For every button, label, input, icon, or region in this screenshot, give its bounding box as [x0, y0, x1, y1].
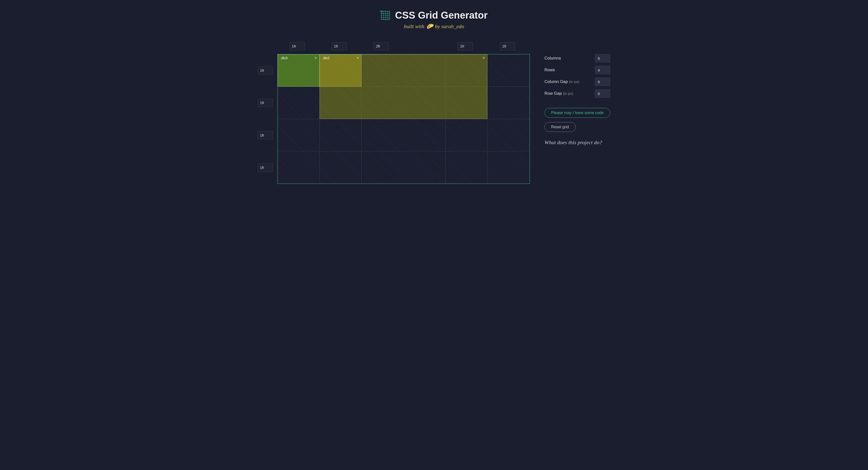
row-size-input-3[interactable] [258, 164, 273, 172]
generate-code-button[interactable]: Please may I have some code [545, 108, 610, 118]
row-size-input-1[interactable] [258, 99, 273, 107]
grid-canvas[interactable]: ×.div2×.div3× [277, 54, 530, 184]
taco-icon: 🌮 [426, 23, 433, 30]
colgap-hint: (in px) [569, 79, 579, 84]
rows-label: Rows [545, 68, 555, 72]
placed-div-2[interactable]: .div3× [278, 54, 319, 87]
header: CSS Grid Generator built with 🌮 by sarah… [15, 10, 853, 30]
grid-cell[interactable] [278, 151, 319, 183]
placed-div-label: .div2 [322, 56, 330, 60]
grid-cell[interactable] [278, 87, 319, 119]
rows-input[interactable] [595, 66, 610, 74]
grid-cell[interactable] [445, 151, 488, 183]
close-icon[interactable]: × [356, 56, 359, 60]
grid-cell[interactable] [278, 119, 319, 151]
row-size-inputs [258, 54, 277, 184]
column-size-input-3[interactable] [458, 42, 473, 51]
grid-cell[interactable] [445, 119, 488, 151]
column-gap-input[interactable] [595, 77, 610, 86]
placed-div-label: .div3 [280, 56, 288, 60]
row-size-input-0[interactable] [258, 66, 273, 74]
rowgap-label: Row Gap [545, 91, 562, 96]
column-size-input-2[interactable] [374, 42, 389, 51]
sidebar: Columns Rows Column Gap (in px) Row Gap … [545, 42, 610, 146]
what-does-this-do-link[interactable]: What does this project do? [545, 139, 610, 146]
grid-cell[interactable] [488, 54, 529, 87]
row-gap-input[interactable] [595, 89, 610, 98]
grid-builder: ×.div2×.div3× [258, 42, 530, 184]
rowgap-hint: (in px) [563, 91, 573, 96]
close-icon[interactable]: × [315, 56, 317, 60]
row-size-input-2[interactable] [258, 131, 273, 139]
placed-div-1[interactable]: .div2× [319, 54, 362, 87]
grid-cell[interactable] [488, 87, 529, 119]
subtitle: built with 🌮 by sarah_edo [15, 23, 853, 30]
columns-input[interactable] [595, 54, 610, 62]
columns-label: Columns [545, 56, 561, 61]
column-size-input-1[interactable] [332, 42, 347, 51]
grid-cell[interactable] [362, 151, 445, 183]
grid-icon [380, 10, 391, 21]
reset-grid-button[interactable]: Reset grid [545, 122, 576, 132]
grid-cell[interactable] [362, 119, 445, 151]
grid-cell[interactable] [319, 151, 362, 183]
column-size-input-4[interactable] [500, 42, 515, 51]
grid-cell[interactable] [488, 119, 529, 151]
colgap-label: Column Gap [545, 79, 568, 84]
grid-cell[interactable] [488, 151, 529, 183]
column-size-inputs [277, 42, 530, 54]
page-title: CSS Grid Generator [395, 10, 488, 21]
column-size-input-0[interactable] [290, 42, 305, 51]
close-icon[interactable]: × [483, 56, 485, 60]
grid-cell[interactable] [319, 119, 362, 151]
